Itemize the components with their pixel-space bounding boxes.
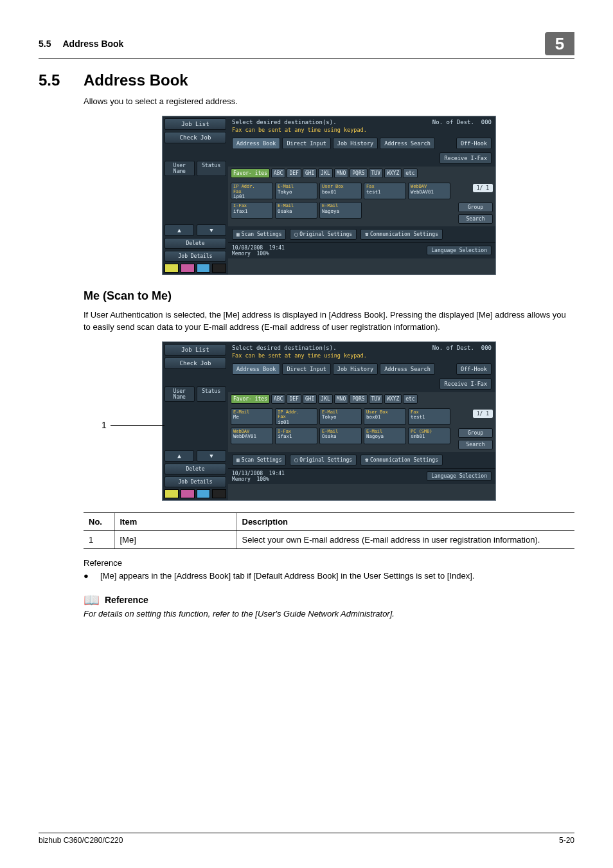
- toner-y-icon: [164, 264, 179, 273]
- comm-icon: ☎: [365, 457, 368, 463]
- destination-button[interactable]: E-MailNagoya: [364, 428, 406, 444]
- page-indicator: 1/ 1: [473, 184, 493, 192]
- destination-button[interactable]: E-MailMe: [231, 408, 273, 425]
- job-details-button[interactable]: Job Details: [164, 476, 226, 487]
- destination-button[interactable]: User Boxbox01: [364, 408, 406, 425]
- scan-settings-button[interactable]: ▦Scan Settings: [232, 229, 286, 240]
- filter-tuv[interactable]: TUV: [369, 394, 383, 404]
- original-icon: ▢: [294, 231, 298, 237]
- panel-top-message: Select desired destination(s).: [232, 119, 337, 125]
- destination-button[interactable]: PC (SMB)smb01: [408, 428, 450, 444]
- job-details-button[interactable]: Job Details: [164, 251, 226, 262]
- search-button[interactable]: Search: [458, 214, 493, 224]
- intro-paragraph: Allows you to select a registered addres…: [84, 96, 574, 108]
- scroll-down-button[interactable]: ▼: [197, 450, 226, 462]
- panel1-memory-pct: 100%: [257, 251, 269, 257]
- language-selection-button[interactable]: Language Selection: [427, 246, 492, 255]
- search-button[interactable]: Search: [458, 440, 493, 449]
- original-icon: ▢: [294, 457, 298, 463]
- filter-abc[interactable]: ABC: [271, 168, 285, 178]
- destination-button[interactable]: User Boxbox01: [319, 183, 362, 199]
- scan-settings-button[interactable]: ▦Scan Settings: [232, 455, 286, 466]
- job-list-button[interactable]: Job List: [164, 118, 226, 130]
- communication-settings-button[interactable]: ☎Communication Settings: [360, 229, 443, 240]
- dest-count-value: 000: [481, 119, 492, 125]
- destination-button[interactable]: E-MailTokyo: [319, 408, 362, 425]
- destination-button[interactable]: IP Addr.Faxip01: [275, 408, 317, 425]
- tab-off-hook[interactable]: Off-Hook: [456, 363, 492, 375]
- filter-wxyz[interactable]: WXYZ: [384, 168, 402, 178]
- filter-ghi[interactable]: GHI: [303, 394, 317, 404]
- page-indicator: 1/ 1: [473, 410, 493, 418]
- destination-button[interactable]: Faxtest1: [408, 408, 450, 425]
- check-job-button[interactable]: Check Job: [164, 132, 226, 143]
- toner-y-icon: [164, 489, 179, 498]
- me-paragraph: If User Authentication is selected, the …: [84, 309, 574, 334]
- filter-favorites[interactable]: Favor- ites: [231, 168, 270, 178]
- destination-button[interactable]: WebDAVWebDAV01: [408, 183, 450, 199]
- communication-settings-button[interactable]: ☎Communication Settings: [360, 455, 443, 466]
- filter-mno[interactable]: MNO: [334, 394, 348, 404]
- tab-address-book[interactable]: Address Book: [232, 138, 280, 149]
- receive-ifax-button[interactable]: Receive I-Fax: [440, 152, 492, 164]
- tab-job-history[interactable]: Job History: [333, 138, 378, 149]
- destination-button[interactable]: Faxtest1: [364, 183, 406, 199]
- tab-address-search[interactable]: Address Search: [380, 138, 435, 149]
- scroll-up-button[interactable]: ▲: [164, 224, 194, 236]
- filter-etc[interactable]: etc: [403, 168, 417, 178]
- original-settings-button[interactable]: ▢Original Settings: [290, 455, 357, 466]
- destination-button[interactable]: E-MailOsaka: [275, 202, 317, 219]
- footer-left: bizhub C360/C280/C220: [39, 836, 123, 845]
- filter-jkl[interactable]: JKL: [318, 168, 332, 178]
- filter-ghi[interactable]: GHI: [303, 168, 317, 178]
- tab-off-hook[interactable]: Off-Hook: [456, 138, 492, 149]
- tab-direct-input[interactable]: Direct Input: [282, 138, 330, 149]
- check-job-button[interactable]: Check Job: [164, 357, 226, 369]
- filter-pqrs[interactable]: PQRS: [350, 168, 367, 178]
- toner-k-icon: [212, 264, 226, 273]
- user-name-header: User Name: [164, 386, 195, 402]
- scan-icon: ▦: [236, 231, 240, 237]
- destination-button[interactable]: E-MailNagoya: [319, 202, 362, 219]
- toner-c-icon: [197, 264, 211, 273]
- destination-button[interactable]: IP Addr.Faxip01: [231, 183, 273, 199]
- book-icon: 📖: [84, 592, 100, 608]
- delete-button[interactable]: Delete: [164, 238, 226, 249]
- filter-wxyz[interactable]: WXYZ: [384, 394, 402, 404]
- callout-table: No. Item Description 1 [Me] Select your …: [84, 512, 574, 549]
- tab-job-history[interactable]: Job History: [333, 363, 378, 375]
- filter-def[interactable]: DEF: [287, 394, 301, 404]
- destination-button[interactable]: WebDAVWebDAV01: [231, 428, 273, 444]
- dest-count-value: 000: [481, 345, 492, 351]
- tab-direct-input[interactable]: Direct Input: [282, 363, 330, 375]
- receive-ifax-button[interactable]: Receive I-Fax: [440, 378, 492, 390]
- filter-jkl[interactable]: JKL: [318, 394, 332, 404]
- job-list-button[interactable]: Job List: [164, 344, 226, 356]
- filter-mno[interactable]: MNO: [334, 168, 348, 178]
- destination-button[interactable]: I-Faxifax1: [231, 202, 273, 219]
- language-selection-button[interactable]: Language Selection: [427, 471, 492, 481]
- filter-def[interactable]: DEF: [287, 168, 301, 178]
- destination-button[interactable]: E-MailTokyo: [275, 183, 317, 199]
- destination-button[interactable]: E-MailOsaka: [319, 428, 362, 444]
- filter-tuv[interactable]: TUV: [369, 168, 383, 178]
- group-button[interactable]: Group: [458, 203, 493, 212]
- fax-note: Fax can be sent at any time using keypad…: [228, 127, 495, 136]
- status-header: Status: [197, 161, 227, 176]
- header-section-number: 5.5: [39, 39, 51, 49]
- tab-address-search[interactable]: Address Search: [380, 363, 435, 375]
- delete-button[interactable]: Delete: [164, 464, 226, 475]
- h2-number: 5.5: [39, 71, 84, 89]
- tab-address-book[interactable]: Address Book: [232, 363, 280, 375]
- filter-favorites[interactable]: Favor- ites: [231, 394, 270, 404]
- original-settings-button[interactable]: ▢Original Settings: [290, 229, 357, 240]
- group-button[interactable]: Group: [458, 428, 493, 438]
- destination-button[interactable]: I-Faxifax1: [275, 428, 317, 444]
- filter-etc[interactable]: etc: [403, 394, 417, 404]
- fax-note: Fax can be sent at any time using keypad…: [228, 352, 495, 361]
- filter-abc[interactable]: ABC: [271, 394, 285, 404]
- bullet-icon: ●: [84, 570, 100, 583]
- scroll-down-button[interactable]: ▼: [197, 224, 226, 236]
- filter-pqrs[interactable]: PQRS: [350, 394, 367, 404]
- scroll-up-button[interactable]: ▲: [164, 450, 194, 462]
